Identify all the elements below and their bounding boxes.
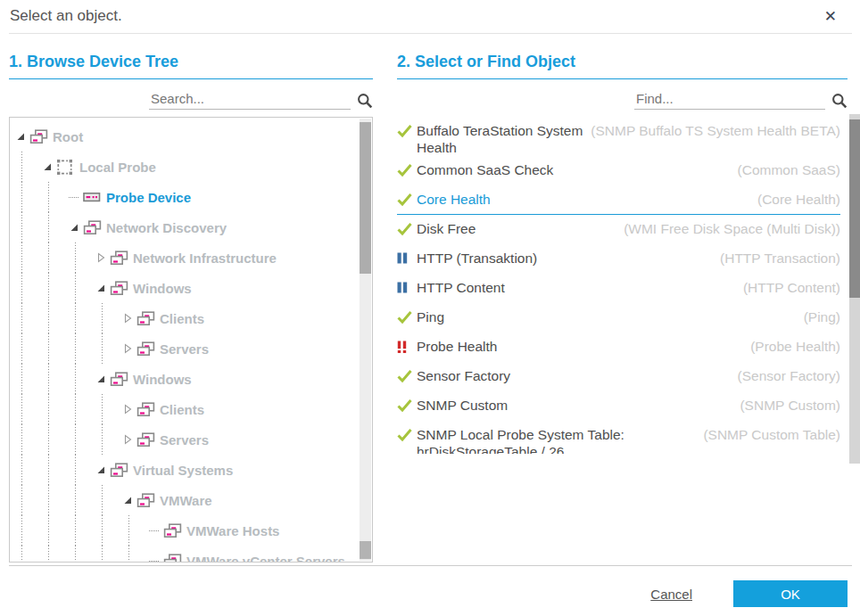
tree-expanded-arrow-icon[interactable] [95,283,110,293]
tree-collapsed-arrow-icon[interactable] [122,342,136,355]
tree-item-label: Network Discovery [106,220,227,235]
tree-expanded-arrow-icon[interactable] [95,374,110,384]
find-input[interactable] [634,89,825,110]
check-status-icon [397,191,417,207]
object-item-type-hint: (HTTP Transaction) [720,250,840,267]
tree-guide-line [42,242,69,273]
tree-item-clients[interactable]: Clients [15,394,372,424]
group-icon [163,523,185,538]
object-item-http-content[interactable]: HTTP Content(HTTP Content) [397,274,840,303]
tree-guide-line [69,303,95,333]
tree-item-virtual-systems[interactable]: Virtual Systems [15,455,372,485]
group-icon [136,402,158,417]
tree-item-local-probe[interactable]: Local Probe [15,152,372,182]
tree-guide-line [15,394,42,424]
footer: Cancel OK [650,580,848,607]
tree-item-network-discovery[interactable]: Network Discovery [15,212,372,242]
title-divider [9,33,852,34]
object-list-scrollbar-thumb[interactable] [849,119,860,298]
browse-device-tree-panel: 1. Browse Device Tree RootLocal ProbePro… [9,49,373,563]
tree-guide-line [15,455,42,485]
tree-guide-line [69,515,95,546]
object-item-sensor-factory[interactable]: Sensor Factory(Sensor Factory) [397,362,840,391]
tree-collapsed-arrow-icon[interactable] [122,403,136,415]
tree-item-probe-device[interactable]: Probe Device [15,182,372,212]
tree-guide-line [42,182,69,212]
tree-guide-line [42,455,69,485]
tree-guide-line [95,515,122,546]
tree-expanded-arrow-icon[interactable] [69,222,83,233]
object-item-http-transaktion[interactable]: HTTP (Transaktion)(HTTP Transaction) [397,244,840,274]
group-icon [29,129,51,144]
object-item-name: Buffalo TeraStation System Health [417,122,591,156]
object-list-scrollbar[interactable] [849,114,860,464]
object-item-name: Probe Health [417,338,750,355]
check-status-icon [397,397,417,413]
object-item-name: Core Health [417,191,757,208]
device-icon [83,189,104,205]
object-item-type-hint: (Sensor Factory) [738,367,840,384]
tree-guide-line [42,546,69,563]
tree-guide-line [42,485,69,515]
alert-status-icon [397,338,417,354]
object-item-snmp-custom[interactable]: SNMP Custom(SNMP Custom) [397,391,840,421]
tree-item-label: Local Probe [79,160,156,175]
tree-item-root[interactable]: Root [15,121,372,152]
tree-guide-line [42,364,69,394]
cancel-button[interactable]: Cancel [650,587,692,602]
tree-item-windows[interactable]: Windows [15,364,372,394]
tree-guide-line [15,364,42,394]
tree-item-label: Probe Device [106,190,191,205]
device-tree: RootLocal ProbeProbe DeviceNetwork Disco… [15,121,372,563]
find-row [397,86,848,110]
tree-scrollbar-thumb[interactable] [360,122,371,274]
tree-expanded-arrow-icon[interactable] [15,131,29,142]
object-item-type-hint: (SNMP Custom) [740,397,840,414]
tree-guide-line [95,485,122,515]
tree-guide-line [69,485,95,515]
group-icon [110,281,131,296]
tree-collapsed-arrow-icon[interactable] [122,433,136,446]
check-status-icon [397,367,417,383]
search-input[interactable] [149,89,351,110]
tree-item-windows[interactable]: Windows [15,273,372,303]
tree-item-vmware-vcenter-servers[interactable]: VMWare vCenter Servers [15,546,372,563]
tree-collapsed-arrow-icon[interactable] [95,251,110,264]
tree-item-vmware-hosts[interactable]: VMWare Hosts [15,515,372,546]
tree-item-servers[interactable]: Servers [15,424,372,455]
object-item-snmp-local-probe-system-table-hrdiskstor[interactable]: SNMP Local Probe System Table: hrDiskSto… [397,421,840,454]
ok-button[interactable]: OK [733,580,848,607]
tree-collapsed-arrow-icon[interactable] [122,312,136,324]
object-item-common-saas-check[interactable]: Common SaaS Check(Common SaaS) [397,156,840,185]
tree-expanded-arrow-icon[interactable] [42,161,56,172]
search-row [9,86,373,110]
object-item-core-health[interactable]: Core Health(Core Health) [397,185,840,215]
close-icon[interactable]: ✕ [824,7,837,26]
object-item-disk-free[interactable]: Disk Free(WMI Free Disk Space (Multi Dis… [397,215,840,244]
object-item-type-hint: (Common SaaS) [738,161,840,178]
object-item-probe-health[interactable]: Probe Health(Probe Health) [397,333,840,362]
tree-expanded-arrow-icon[interactable] [95,464,110,475]
object-item-type-hint: (Probe Health) [750,338,840,355]
tree-guide-line [69,333,95,364]
tree-guide-line [69,364,95,394]
tree-item-label: Network Infrastructure [133,251,277,266]
object-item-buffalo-terastation-system-health[interactable]: Buffalo TeraStation System Health(SNMP B… [397,117,840,156]
object-item-name: Disk Free [417,220,624,237]
check-status-icon [397,308,417,324]
tree-item-label: Clients [160,402,204,417]
group-icon [136,432,158,448]
object-item-name: SNMP Custom [417,397,740,414]
tree-item-clients[interactable]: Clients [15,303,372,333]
tree-scrollbar[interactable] [360,119,371,561]
tree-item-network-infrastructure[interactable]: Network Infrastructure [15,242,372,273]
tree-guide-line [15,212,42,242]
tree-item-vmware[interactable]: VMWare [15,485,372,515]
object-item-ping[interactable]: Ping(Ping) [397,303,840,333]
select-object-panel: 2. Select or Find Object Buffalo TeraSta… [397,49,848,454]
tree-item-servers[interactable]: Servers [15,333,372,364]
tree-guide-line [42,424,69,455]
object-item-type-hint: (WMI Free Disk Space (Multi Disk)) [624,220,840,237]
tree-expanded-arrow-icon[interactable] [122,495,136,505]
search-icon [357,93,373,109]
